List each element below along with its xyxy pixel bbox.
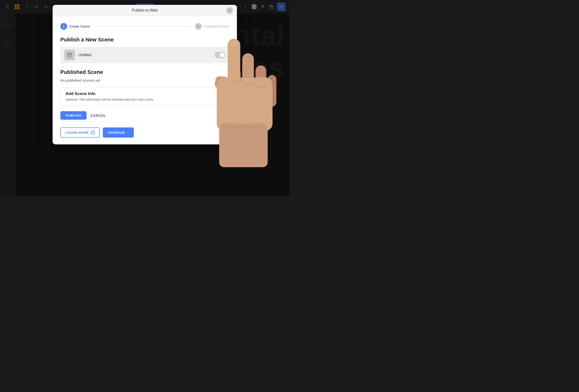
action-buttons: PUBLISH CANCEL bbox=[60, 111, 229, 120]
upgrade-label: UPGRADE bbox=[108, 131, 125, 134]
upgrade-button[interactable]: UPGRADE ↑ bbox=[103, 127, 134, 138]
step-2-circle: 2 bbox=[195, 23, 202, 30]
add-scene-info-box: Add Scene Info Optional. This informatio… bbox=[60, 87, 229, 105]
question-icon: ? bbox=[91, 130, 95, 135]
step-1-label: Create Scene bbox=[69, 24, 90, 28]
close-button[interactable]: × bbox=[226, 7, 233, 14]
step-2: 2 Published Scene bbox=[195, 23, 229, 30]
publish-dialog: Publish to Web × 1 Create Scene 2 Publis… bbox=[53, 5, 237, 144]
step-line bbox=[94, 26, 191, 27]
svg-point-5 bbox=[68, 54, 69, 55]
scene-toggle-knob bbox=[220, 53, 224, 57]
stepper: 1 Create Scene 2 Published Scene bbox=[60, 23, 229, 30]
add-scene-info-title: Add Scene Info bbox=[66, 91, 224, 96]
scene-toggle[interactable] bbox=[215, 52, 225, 58]
bottom-buttons: LEARN MORE ? UPGRADE ↑ bbox=[60, 127, 229, 138]
publish-button[interactable]: PUBLISH bbox=[60, 111, 86, 120]
step-1-circle: 1 bbox=[60, 23, 67, 30]
no-published-message: No published scenes yet bbox=[60, 78, 229, 82]
dialog-title: Publish to Web bbox=[132, 8, 158, 13]
step-2-label: Published Scene bbox=[204, 24, 229, 28]
scene-thumbnail bbox=[64, 50, 75, 60]
svg-rect-4 bbox=[67, 53, 72, 57]
learn-more-label: LEARN MORE bbox=[65, 131, 89, 134]
learn-more-button[interactable]: LEARN MORE ? bbox=[60, 127, 100, 138]
dialog-body: 1 Create Scene 2 Published Scene Publish… bbox=[53, 16, 237, 144]
dialog-header: Publish to Web × bbox=[53, 5, 237, 16]
published-section-title: Published Scene bbox=[60, 69, 229, 75]
step-1: 1 Create Scene bbox=[60, 23, 90, 30]
publish-new-section-title: Publish a New Scene bbox=[60, 37, 229, 43]
scene-name: Untitled bbox=[78, 53, 91, 57]
add-scene-info-description: Optional. This information will be inclu… bbox=[66, 98, 224, 101]
scene-item[interactable]: Untitled bbox=[60, 47, 229, 63]
upgrade-arrow-icon: ↑ bbox=[127, 131, 129, 134]
cancel-button[interactable]: CANCEL bbox=[90, 114, 106, 117]
